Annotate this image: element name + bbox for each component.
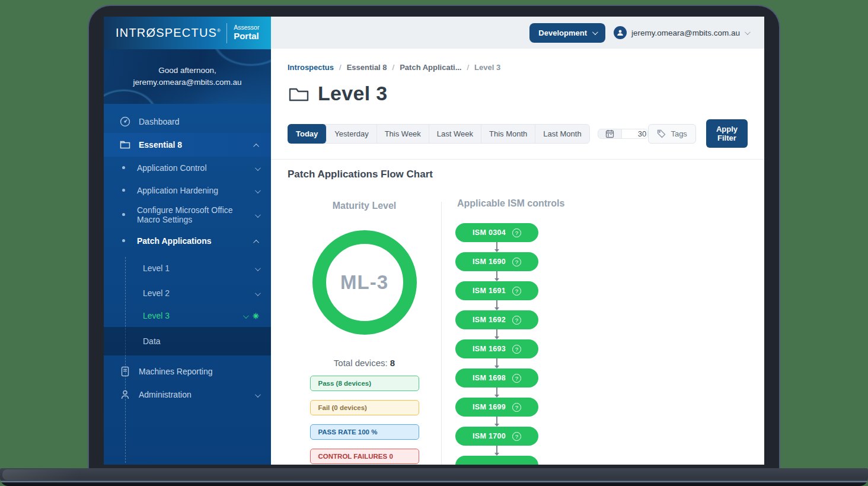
section-divider bbox=[271, 159, 764, 160]
ism-pill-label: ISM 1692 bbox=[473, 316, 506, 324]
ism-pill-label: ISM 1690 bbox=[473, 258, 506, 266]
sidebar-item-label: Application Hardening bbox=[137, 186, 218, 195]
ism-pill[interactable]: ISM 1698 ? bbox=[455, 369, 538, 387]
main-area: Development jeremy.omeara@mbits.com.au I… bbox=[271, 17, 764, 465]
arrow-down-icon bbox=[494, 271, 500, 281]
ism-pill-label: ISM 1699 bbox=[473, 403, 506, 411]
sidebar-item-level1[interactable]: Level 1 bbox=[104, 254, 271, 282]
sidebar: INTRØSPECTUS® Assessor Portal Good after… bbox=[104, 17, 271, 465]
tags-button[interactable]: Tags bbox=[648, 124, 695, 144]
help-icon[interactable]: ? bbox=[512, 228, 521, 237]
date-input[interactable] bbox=[621, 129, 649, 138]
sidebar-item-machines-reporting[interactable]: Machines Reporting bbox=[104, 360, 271, 383]
date-picker-group bbox=[598, 129, 649, 139]
help-icon[interactable]: ? bbox=[512, 316, 521, 325]
sidebar-item-label: Level 2 bbox=[143, 288, 170, 298]
ism-pill[interactable]: ISM 1700 ? bbox=[455, 427, 538, 446]
environment-label: Development bbox=[538, 28, 587, 37]
sidebar-item-label: Essential 8 bbox=[139, 140, 182, 150]
sidebar-item-label: Data bbox=[143, 336, 161, 346]
sidebar-item-configure-macro-settings[interactable]: Configure Microsoft Office Macro Setting… bbox=[104, 202, 271, 228]
ism-column: Applicable ISM controls ISM 0304 ? ISM 1… bbox=[442, 185, 748, 465]
folder-icon bbox=[289, 85, 309, 103]
help-icon[interactable]: ? bbox=[512, 258, 521, 266]
sidebar-item-level2[interactable]: Level 2 bbox=[104, 282, 271, 304]
fail-badge: Fail (0 devices) bbox=[310, 400, 419, 415]
filter-toolbar: Today Yesterday This Week Last Week This… bbox=[288, 119, 748, 148]
chevron-down-icon bbox=[255, 210, 259, 220]
arrow-down-icon bbox=[494, 446, 500, 456]
flow-chart-title: Patch Applications Flow Chart bbox=[288, 169, 748, 180]
chevron-down-icon bbox=[255, 390, 259, 399]
sidebar-item-data[interactable]: Data bbox=[104, 327, 271, 355]
folder-icon bbox=[119, 139, 131, 151]
brand-header: INTRØSPECTUS® Assessor Portal bbox=[104, 17, 271, 49]
ism-pill-label: ISM 1700 bbox=[473, 432, 506, 440]
sidebar-item-administration[interactable]: Administration bbox=[104, 383, 271, 406]
tab-this-week[interactable]: This Week bbox=[377, 125, 429, 143]
arrow-down-icon bbox=[494, 242, 500, 252]
breadcrumb-patch-applications[interactable]: Patch Applicati... bbox=[400, 63, 461, 72]
total-devices-value: 8 bbox=[390, 358, 395, 368]
settings-asterisk-icon[interactable] bbox=[253, 313, 259, 319]
sidebar-item-label: Application Control bbox=[137, 163, 207, 173]
maturity-heading: Maturity Level bbox=[333, 201, 397, 211]
tab-today[interactable]: Today bbox=[288, 124, 327, 144]
sidebar-item-dashboard[interactable]: Dashboard bbox=[104, 110, 271, 133]
pass-badge: Pass (8 devices) bbox=[310, 376, 419, 391]
brand-subtitle: Assessor Portal bbox=[234, 24, 259, 41]
avatar-icon bbox=[614, 26, 627, 39]
tab-yesterday[interactable]: Yesterday bbox=[327, 125, 376, 143]
bullet-icon bbox=[122, 189, 125, 192]
tab-last-month[interactable]: Last Month bbox=[535, 125, 589, 143]
tab-this-month[interactable]: This Month bbox=[481, 125, 535, 143]
environment-dropdown[interactable]: Development bbox=[529, 23, 605, 43]
total-devices-label: Total devices: bbox=[334, 358, 388, 368]
registered-mark: ® bbox=[217, 28, 221, 33]
ism-pill[interactable]: ISM 1691 ? bbox=[455, 281, 538, 300]
ism-pill[interactable]: ISM 1690 ? bbox=[455, 252, 538, 271]
sidebar-item-application-hardening[interactable]: Application Hardening bbox=[104, 179, 271, 202]
calendar-icon[interactable] bbox=[598, 129, 621, 138]
ism-heading: Applicable ISM controls bbox=[457, 198, 748, 209]
help-icon[interactable]: ? bbox=[512, 432, 521, 441]
help-icon[interactable]: ? bbox=[512, 374, 521, 383]
topbar: Development jeremy.omeara@mbits.com.au bbox=[271, 17, 764, 49]
logo-divider bbox=[226, 23, 227, 43]
chevron-down-icon bbox=[745, 29, 751, 35]
breadcrumb-essential8[interactable]: Essential 8 bbox=[347, 63, 387, 72]
maturity-donut: ML-3 bbox=[312, 230, 417, 335]
tab-last-week[interactable]: Last Week bbox=[429, 125, 481, 143]
breadcrumb-home[interactable]: Introspectus bbox=[288, 63, 334, 72]
user-menu[interactable]: jeremy.omeara@mbits.com.au bbox=[614, 26, 749, 39]
apply-filter-button[interactable]: Apply Filter bbox=[706, 119, 748, 148]
breadcrumb-separator: / bbox=[339, 63, 342, 72]
tag-icon bbox=[657, 129, 666, 138]
sidebar-item-level3[interactable]: Level 3 bbox=[104, 304, 271, 327]
breadcrumb: Introspectus / Essential 8 / Patch Appli… bbox=[288, 63, 748, 72]
arrow-down-icon bbox=[494, 417, 500, 427]
help-icon[interactable]: ? bbox=[512, 287, 521, 296]
sidebar-item-application-control[interactable]: Application Control bbox=[104, 157, 271, 179]
ism-flow: ISM 0304 ? ISM 1690 ? IS bbox=[452, 223, 542, 465]
help-icon[interactable]: ? bbox=[512, 345, 521, 354]
chevron-down-icon bbox=[255, 288, 259, 298]
ism-pill[interactable]: ISM 1699 ? bbox=[455, 398, 538, 417]
chevron-down-icon bbox=[255, 163, 259, 173]
ism-pill[interactable]: ISM 1692 ? bbox=[455, 310, 538, 329]
ism-pill[interactable]: ISM 0304 ? bbox=[455, 223, 538, 242]
sidebar-item-patch-applications[interactable]: Patch Applications bbox=[104, 228, 271, 254]
maturity-level-value: ML-3 bbox=[340, 271, 388, 294]
chevron-up-icon bbox=[255, 140, 259, 150]
greeting-banner: Good afternoon, jeremy.omeara@mbits.com.… bbox=[104, 49, 271, 104]
sidebar-item-essential8[interactable]: Essential 8 bbox=[104, 133, 271, 157]
ism-pill-partial[interactable] bbox=[455, 456, 538, 465]
machines-icon bbox=[119, 366, 131, 377]
chevron-down-icon bbox=[255, 263, 259, 273]
tags-label: Tags bbox=[671, 129, 687, 138]
help-icon[interactable]: ? bbox=[512, 403, 521, 412]
gauge-icon bbox=[119, 116, 131, 128]
page-background: INTRØSPECTUS® Assessor Portal Good after… bbox=[0, 0, 868, 486]
ism-pill[interactable]: ISM 1693 ? bbox=[455, 339, 538, 358]
sidebar-item-label: Level 1 bbox=[143, 263, 170, 273]
